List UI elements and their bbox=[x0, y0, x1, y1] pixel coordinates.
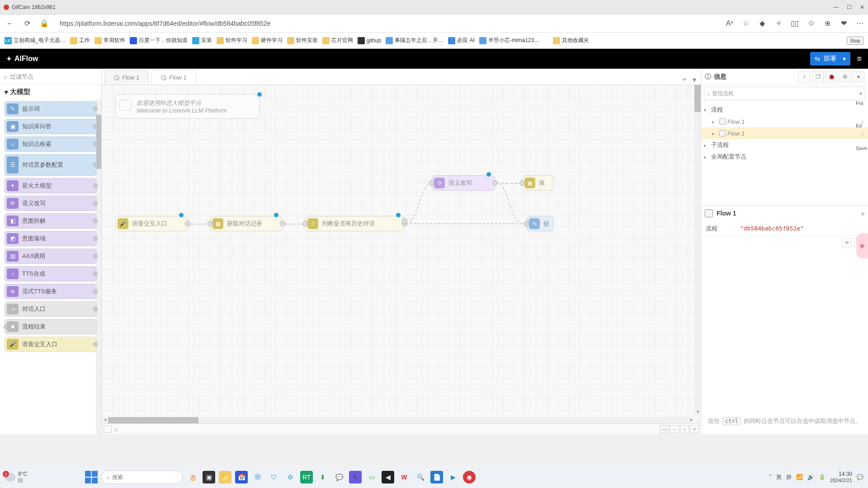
taskbar-app-icon[interactable]: RT bbox=[300, 471, 313, 483]
flow-node[interactable]: ▦ 保 bbox=[522, 175, 554, 191]
volume-icon[interactable]: 🔊 bbox=[807, 474, 814, 480]
taskbar-app-icon[interactable]: ⓔ bbox=[251, 471, 264, 483]
palette-node[interactable]: 🎤语音交互入口 bbox=[5, 337, 97, 352]
node-out-port[interactable] bbox=[93, 163, 98, 167]
bookmark-item[interactable]: 软件学习 bbox=[217, 37, 247, 44]
palette-node[interactable]: ⇢对话入口 bbox=[5, 301, 97, 317]
tab-menu-icon[interactable]: ▾ bbox=[693, 75, 696, 84]
gifcam-stop-button[interactable]: Stop bbox=[847, 37, 863, 45]
bookmark-item[interactable]: github bbox=[358, 37, 382, 44]
palette-node[interactable]: ⌕知识点检索 bbox=[5, 136, 97, 152]
nav-refresh-icon[interactable]: ⟳ bbox=[21, 17, 33, 30]
navigator-icon[interactable]: ▭ bbox=[660, 425, 669, 433]
tree-row-subflows[interactable]: ▸ 子流程 bbox=[701, 139, 868, 151]
palette-category-header[interactable]: ▾ 大模型 bbox=[0, 85, 101, 99]
palette-node[interactable]: ✎提示词 bbox=[5, 101, 97, 117]
bookmark-item[interactable]: 芯片官网 bbox=[322, 37, 353, 44]
zoom-in-icon[interactable]: + bbox=[690, 425, 699, 433]
chevron-down-icon[interactable]: ▾ bbox=[843, 55, 846, 62]
deploy-button[interactable]: ⇆ 部署 ▾ bbox=[810, 52, 850, 66]
taskbar-weather[interactable]: 1 8°C 阴 bbox=[5, 471, 27, 484]
node-out-port[interactable] bbox=[93, 201, 98, 206]
window-maximize-icon[interactable]: ☐ bbox=[847, 4, 852, 10]
taskbar-app-icon[interactable]: 🛡 bbox=[268, 471, 280, 483]
window-close-icon[interactable]: ✕ bbox=[860, 4, 864, 10]
bookmark-item[interactable]: 其他收藏夹 bbox=[553, 37, 589, 44]
devtools-tab[interactable]: Ed bbox=[856, 123, 867, 128]
taskbar-app-icon[interactable]: 🎂 bbox=[186, 471, 199, 483]
flow-wire[interactable] bbox=[285, 224, 304, 225]
zoom-out-icon[interactable]: − bbox=[670, 425, 679, 433]
devtools-tab[interactable]: Save bbox=[856, 145, 867, 151]
start-button[interactable] bbox=[85, 471, 98, 483]
palette-node[interactable]: ▣知识库问答 bbox=[5, 119, 97, 134]
palette-node[interactable]: ♪TTS合成 bbox=[5, 266, 97, 282]
notifications-icon[interactable]: 💬 bbox=[857, 474, 863, 480]
bookmark-item[interactable]: 半导小芯-mima123… bbox=[479, 37, 539, 44]
welcome-note[interactable]: 欢迎使用聆思大模型平台 Welcome to ListenAI LLM Plat… bbox=[115, 94, 260, 119]
info-tab-help-icon[interactable]: ❐ bbox=[812, 71, 824, 82]
tree-row-flows[interactable]: ▾ 流程 bbox=[701, 104, 868, 116]
tree-row-flow[interactable]: ▸ Flow 1 ⦸ bbox=[701, 116, 868, 127]
bookmark-item[interactable]: 百度一下，你就知道 bbox=[130, 37, 188, 44]
bookmark-item[interactable]: 事隔五年之后，开… bbox=[386, 37, 443, 44]
palette-node[interactable]: ✦星火大模型 bbox=[5, 178, 97, 193]
site-info-icon[interactable]: 🔒 bbox=[38, 17, 51, 30]
taskbar-app-icon[interactable]: ⬇ bbox=[316, 471, 329, 483]
node-out-port[interactable] bbox=[93, 307, 98, 311]
tray-expand-icon[interactable]: ˄ bbox=[769, 474, 772, 480]
taskbar-app-icon[interactable]: ✎ bbox=[349, 471, 362, 483]
bookmark-item[interactable]: 软件安装 bbox=[287, 37, 318, 44]
palette-node[interactable]: ■流程结束 bbox=[5, 319, 97, 334]
flow-canvas[interactable]: 欢迎使用聆思大模型平台 Welcome to ListenAI LLM Plat… bbox=[102, 85, 701, 423]
node-in-port[interactable] bbox=[302, 221, 308, 226]
chevron-down-icon[interactable]: ▾ bbox=[859, 90, 862, 97]
tree-row-global-config[interactable]: ▸ 全局配置节点 bbox=[701, 151, 868, 163]
minimap-toggle-icon[interactable] bbox=[104, 426, 112, 433]
taskbar-app-icon[interactable]: ⚙ bbox=[284, 471, 297, 483]
palette-node[interactable]: ≋流式TTS服务 bbox=[5, 284, 97, 299]
info-tab-debug-icon[interactable]: 🐞 bbox=[826, 71, 837, 82]
palette-node[interactable]: ◧意图拆解 bbox=[5, 213, 97, 229]
node-in-port[interactable] bbox=[524, 221, 529, 226]
node-out-port[interactable] bbox=[93, 236, 98, 241]
flow-node[interactable]: ✎ 提 bbox=[527, 216, 554, 231]
bookmark-item[interactable]: 安装 bbox=[192, 37, 212, 44]
info-tab-info-icon[interactable]: i bbox=[798, 71, 810, 82]
flow-node[interactable]: ⤴ 判断是否有历史对话 bbox=[305, 216, 405, 231]
taskbar-app-icon[interactable]: ▣ bbox=[203, 471, 215, 483]
node-out-port[interactable] bbox=[93, 254, 98, 258]
flow-tab[interactable]: Flow 1 bbox=[151, 70, 196, 84]
ime-mode-label[interactable]: 拼 bbox=[786, 474, 792, 481]
node-out-port[interactable] bbox=[93, 219, 98, 223]
taskbar-app-icon[interactable]: 📄 bbox=[430, 471, 443, 483]
tree-row-flow-selected[interactable]: ▸ Flow 1 ⦸ bbox=[701, 127, 868, 139]
ime-lang-label[interactable]: 英 bbox=[776, 474, 782, 481]
canvas-hscrollbar[interactable]: ◂ ▸ bbox=[102, 417, 694, 423]
palette-search[interactable]: ⌕ 过滤节点 bbox=[0, 69, 101, 85]
flow-wire[interactable] bbox=[496, 183, 523, 184]
taskbar-app-icon[interactable]: 💬 bbox=[333, 471, 345, 483]
taskbar-search[interactable]: ⌕ 搜索 bbox=[101, 470, 183, 484]
palette-node[interactable]: ⟳语义改写 bbox=[5, 196, 97, 211]
node-out-port[interactable] bbox=[492, 180, 498, 186]
flow-node[interactable]: ⟳ 语义改写 bbox=[432, 175, 495, 191]
node-in-port[interactable] bbox=[4, 324, 8, 329]
search-icon[interactable]: ⌕ bbox=[861, 210, 864, 216]
app-logo[interactable]: AIFlow bbox=[6, 55, 38, 63]
info-tab-config-icon[interactable]: ⚙ bbox=[839, 71, 851, 82]
favorite-icon[interactable]: ☆ bbox=[741, 19, 750, 28]
bookmark-item[interactable]: 工作 bbox=[70, 37, 90, 44]
read-aloud-icon[interactable]: Aᵃ bbox=[725, 19, 734, 28]
bookmark-item[interactable]: 常用软件 bbox=[94, 37, 125, 44]
devtools-tab[interactable]: Fra bbox=[856, 100, 867, 106]
node-out-port[interactable] bbox=[93, 289, 98, 294]
battery-icon[interactable]: 🔋 bbox=[819, 474, 826, 480]
favorites-list-icon[interactable]: ✩ bbox=[807, 19, 816, 28]
node-out-port[interactable] bbox=[185, 221, 190, 226]
extensions-icon[interactable]: ✧ bbox=[774, 19, 783, 28]
node-out-port[interactable] bbox=[93, 124, 98, 129]
taskbar-app-icon[interactable]: 🔍 bbox=[414, 471, 427, 483]
zoom-reset-icon[interactable]: ○ bbox=[680, 425, 689, 433]
canvas-vscroll-thumb[interactable] bbox=[694, 85, 701, 112]
